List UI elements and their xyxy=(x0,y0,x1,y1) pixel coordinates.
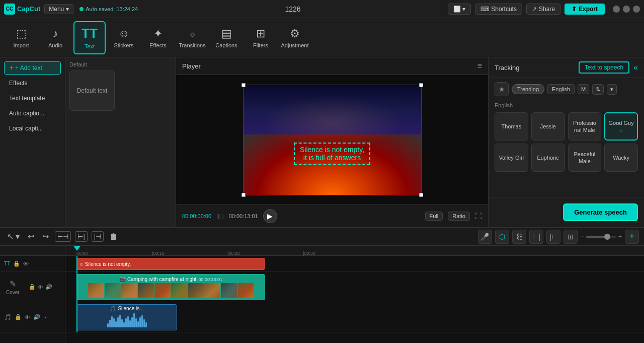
default-text-card[interactable]: Default text xyxy=(69,71,115,111)
tool-mic[interactable]: 🎤 xyxy=(478,230,492,244)
tool-select[interactable]: ↖ ▾ xyxy=(5,231,22,242)
tool-link[interactable]: ⛓ xyxy=(512,230,526,244)
close-button[interactable] xyxy=(633,6,640,13)
tool-delete[interactable]: 🗑 xyxy=(108,231,120,242)
tool-resize[interactable]: ⊞ xyxy=(564,230,578,244)
tool-stickers[interactable]: ☺ Stickers xyxy=(108,21,140,54)
tool-import[interactable]: ⬚ Import xyxy=(5,21,37,54)
ratio-button[interactable]: Ratio xyxy=(448,212,470,221)
stickers-label: Stickers xyxy=(114,42,133,48)
zoom-out-icon[interactable]: − xyxy=(581,233,584,240)
top-bar: CC CapCut Menu ▾ Auto saved: 13:24:24 12… xyxy=(0,0,644,18)
voice-valley-girl-name: Valley Girl xyxy=(499,154,524,161)
audio-more-icon[interactable]: ··· xyxy=(43,314,48,320)
play-button[interactable]: ▶ xyxy=(263,209,277,223)
tool-transitions[interactable]: ⬦ Transitions xyxy=(176,21,208,54)
audio-vol-icon[interactable]: 🔊 xyxy=(33,314,40,320)
music-icon: 🎵 xyxy=(4,314,12,321)
tool-split-right[interactable]: |⊣ xyxy=(92,231,104,242)
video-lock-icon[interactable]: 🔒 xyxy=(29,284,36,290)
voice-thomas[interactable]: Thomas xyxy=(495,112,528,141)
tt-icon: TT xyxy=(4,261,10,266)
cover-edit-icon: ✎ xyxy=(10,279,16,289)
tool-split[interactable]: ⊢⊣ xyxy=(55,231,71,242)
text-clip[interactable]: ≡ Silence is not empty, xyxy=(76,258,265,270)
tl-right-tools: 🎤 ⬡ ⛓ ⊢| |⊢ ⊞ − + + xyxy=(478,230,639,244)
add-text-button[interactable]: + + Add text xyxy=(4,61,61,75)
vid-thumb-4 xyxy=(138,283,154,298)
video-vis-icon[interactable]: 👁 xyxy=(38,284,43,290)
selection-handle-bl[interactable] xyxy=(242,193,246,197)
adjustment-label: Adjustment xyxy=(281,42,308,48)
auto-save-status: Auto saved: 13:24:24 xyxy=(79,6,138,12)
tool-align-left[interactable]: ⊢| xyxy=(529,230,543,244)
export-button[interactable]: ⬆ Export xyxy=(565,4,605,15)
minimize-button[interactable] xyxy=(613,6,620,13)
shortcuts-button[interactable]: ⌨ Shortcuts xyxy=(475,4,522,15)
filter-sort[interactable]: ⇅ xyxy=(592,84,604,95)
export-icon: ⬆ xyxy=(572,6,577,13)
selection-handle-tl[interactable] xyxy=(242,83,246,87)
video-clip[interactable]: 🎬 Camping with campfire at night 00:00:1… xyxy=(76,274,265,300)
filter-star-button[interactable]: ★ xyxy=(495,82,509,96)
timeline-tracks: 00:00 |00:10 |00:20 |00:30 ≡ Silence is … xyxy=(65,246,644,343)
tool-redo[interactable]: ↪ xyxy=(40,231,51,242)
cover-button[interactable]: ✎ Cover xyxy=(2,277,24,297)
zoom-in-icon[interactable]: + xyxy=(618,233,622,240)
selection-handle-br[interactable] xyxy=(419,193,423,197)
voice-euphoric[interactable]: Euphoric xyxy=(531,144,565,172)
english-label: English xyxy=(552,86,570,92)
filter-m[interactable]: M xyxy=(578,84,589,94)
filter-english[interactable]: English xyxy=(547,84,575,94)
maximize-button[interactable] xyxy=(623,6,630,13)
tool-align-right[interactable]: |⊢ xyxy=(546,230,560,244)
audio-clip[interactable]: 🎵 Silence is... xyxy=(76,304,177,330)
monitor-button[interactable]: ⬜ ▾ xyxy=(448,4,471,15)
add-track-button[interactable]: + xyxy=(625,230,639,244)
share-button[interactable]: ↗ Share xyxy=(526,4,560,15)
tool-undo[interactable]: ↩ xyxy=(26,231,36,242)
full-button[interactable]: Full xyxy=(425,212,443,221)
tool-text[interactable]: TT Text xyxy=(73,21,106,54)
text-panel-default-label: Default xyxy=(69,61,172,67)
audio-lock-icon[interactable]: 🔒 xyxy=(15,314,22,320)
voice-valley-girl[interactable]: Valley Girl xyxy=(495,144,528,172)
tool-adjustment[interactable]: ⚙ Adjustment xyxy=(279,21,311,54)
filter-down[interactable]: ▾ xyxy=(607,84,617,95)
tool-effects[interactable]: ✦ Effects xyxy=(142,21,174,54)
player-menu-icon[interactable]: ≡ xyxy=(477,61,482,71)
lock-icon[interactable]: 🔒 xyxy=(13,260,20,267)
back-icon[interactable]: « xyxy=(633,63,638,72)
video-audio-icon[interactable]: 🔊 xyxy=(45,284,52,290)
generate-speech-button[interactable]: Generate speech xyxy=(563,203,638,221)
lang-section: English xyxy=(489,100,644,109)
filter-trending[interactable]: Trending xyxy=(512,84,544,94)
tool-captions[interactable]: ▤ Captions xyxy=(210,21,243,54)
fullscreen-icon[interactable]: ⛶ xyxy=(475,212,482,220)
tool-audio[interactable]: ♪ Audio xyxy=(39,21,71,54)
menu-button[interactable]: Menu ▾ xyxy=(44,4,73,14)
tool-segment[interactable]: ⬡ xyxy=(495,230,509,244)
text-label: Text xyxy=(85,43,95,49)
vid-thumb-10 xyxy=(237,283,254,298)
tool-filters[interactable]: ⊞ Filters xyxy=(245,21,277,54)
stickers-icon: ☺ xyxy=(118,27,129,40)
main-area: + + Add text Effects Text template Auto … xyxy=(0,57,644,227)
audio-vis-icon[interactable]: 👁 xyxy=(25,314,30,320)
tool-split-left[interactable]: ⊢| xyxy=(75,231,87,242)
voice-peaceful-male[interactable]: Peaceful Male xyxy=(568,144,602,172)
top-right-controls: ⬜ ▾ ⌨ Shortcuts ↗ Share ⬆ Export xyxy=(448,4,640,15)
nav-effects-button[interactable]: Effects xyxy=(4,77,61,90)
voice-jessie[interactable]: Jessie xyxy=(531,112,565,141)
nav-text-template-button[interactable]: Text template xyxy=(4,92,61,105)
voice-good-guy[interactable]: Good Guy ☆ xyxy=(604,112,638,141)
auto-save-text: Auto saved: 13:24:24 xyxy=(86,6,138,12)
nav-auto-captions-button[interactable]: Auto captio... xyxy=(4,107,61,120)
voice-wacky[interactable]: Wacky xyxy=(604,144,638,172)
visibility-icon[interactable]: 👁 xyxy=(23,261,29,267)
voice-professional-male[interactable]: Professio nal Male xyxy=(568,112,602,141)
tts-button[interactable]: Text to speech xyxy=(579,61,629,74)
tts-filters: ★ Trending English M ⇅ ▾ xyxy=(489,78,644,100)
nav-local-captions-button[interactable]: Local capti... xyxy=(4,122,61,135)
selection-handle-tr[interactable] xyxy=(419,83,423,87)
